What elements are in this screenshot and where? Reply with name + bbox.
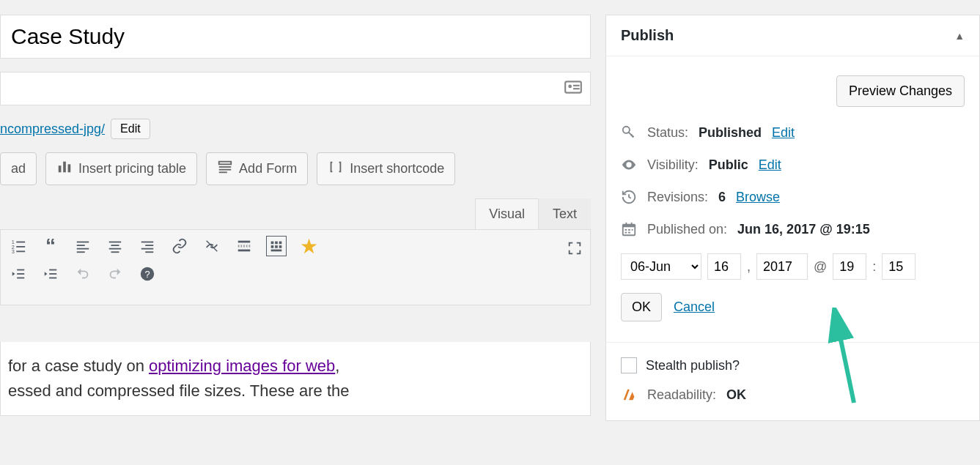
published-value: Jun 16, 2017 @ 19:15 [737, 222, 870, 237]
status-label: Status: [647, 125, 688, 141]
history-icon [621, 189, 637, 205]
shortcode-icon [328, 159, 344, 179]
svg-rect-53 [625, 229, 627, 231]
eye-icon [621, 157, 637, 173]
content-body[interactable]: for a case study on optimizing images fo… [0, 342, 591, 416]
collapse-icon[interactable]: ▲ [954, 30, 965, 42]
svg-rect-50 [623, 225, 635, 228]
svg-rect-33 [275, 242, 278, 245]
hour-input[interactable] [833, 253, 866, 280]
publish-metabox-header[interactable]: Publish ▲ [606, 15, 979, 56]
align-center-icon[interactable] [105, 236, 125, 256]
svg-rect-36 [275, 245, 278, 248]
stealth-checkbox[interactable] [621, 357, 637, 373]
link-icon[interactable] [169, 236, 190, 256]
svg-rect-7 [219, 162, 232, 165]
svg-rect-54 [628, 229, 630, 231]
star-icon[interactable]: ★ [298, 236, 319, 256]
stealth-publish-row: Stealth publish? [621, 357, 965, 373]
blockquote-icon[interactable]: “ [40, 236, 61, 256]
svg-rect-34 [279, 242, 282, 245]
media-button-label: Insert pricing table [78, 161, 186, 176]
svg-rect-5 [63, 162, 66, 173]
revisions-row: Revisions: 6 Browse [621, 189, 965, 205]
svg-rect-27 [141, 248, 154, 250]
edit-slug-button[interactable]: Edit [111, 119, 150, 139]
svg-rect-29 [238, 241, 251, 243]
readability-row: Readability: OK [621, 387, 965, 403]
revisions-value: 6 [718, 190, 726, 205]
date-cancel-link[interactable]: Cancel [674, 300, 715, 315]
svg-rect-40 [17, 273, 24, 275]
svg-rect-55 [632, 229, 633, 231]
svg-rect-37 [279, 245, 282, 248]
comma-sep: , [747, 259, 751, 275]
read-more-icon[interactable] [234, 236, 254, 256]
permalink-link[interactable]: ncompressed-jpg/ [0, 122, 105, 137]
content-link[interactable]: optimizing images for web [149, 357, 335, 375]
svg-rect-44 [49, 278, 56, 279]
unlink-icon[interactable] [202, 236, 222, 256]
help-icon[interactable]: ? [137, 264, 158, 284]
svg-point-1 [568, 85, 572, 89]
svg-rect-43 [49, 273, 56, 275]
colon-sep: : [872, 259, 876, 275]
svg-rect-3 [573, 88, 580, 89]
published-label: Published on: [647, 222, 727, 237]
status-edit-link[interactable]: Edit [772, 125, 795, 141]
readability-value: OK [726, 387, 746, 403]
svg-rect-51 [625, 223, 627, 226]
svg-rect-2 [573, 85, 580, 86]
fullscreen-icon[interactable] [567, 240, 583, 260]
tab-visual[interactable]: Visual [475, 198, 539, 230]
visibility-edit-link[interactable]: Edit [759, 157, 781, 173]
date-ok-button[interactable]: OK [621, 293, 662, 321]
undo-icon[interactable] [73, 264, 93, 284]
align-right-icon[interactable] [137, 236, 158, 256]
media-button-label: Insert shortcode [350, 161, 444, 176]
toolbar-toggle-icon[interactable] [266, 236, 287, 256]
indent-icon[interactable] [40, 264, 61, 284]
insert-shortcode-button[interactable]: Insert shortcode [317, 152, 455, 185]
form-icon [217, 159, 233, 179]
bar-chart-icon [56, 159, 73, 179]
svg-rect-56 [625, 232, 627, 234]
svg-rect-9 [219, 169, 232, 171]
media-button-label: ad [11, 161, 26, 176]
insert-pricing-table-button[interactable]: Insert pricing table [45, 152, 197, 185]
svg-rect-6 [68, 164, 71, 172]
permalink-row: ncompressed-jpg/ Edit [0, 119, 591, 139]
svg-rect-38 [271, 250, 282, 252]
month-select[interactable]: 06-Jun [621, 253, 701, 280]
numbered-list-icon[interactable]: 123 [8, 236, 29, 256]
post-title-input[interactable] [0, 15, 591, 59]
visibility-value: Public [709, 157, 748, 173]
status-row: Status: Published Edit [621, 124, 965, 141]
outdent-icon[interactable] [8, 264, 29, 284]
redo-icon[interactable] [105, 264, 125, 284]
add-media-button[interactable]: ad [0, 152, 37, 185]
add-form-button[interactable]: Add Form [206, 152, 308, 185]
align-left-icon[interactable] [73, 236, 93, 256]
svg-rect-42 [49, 269, 56, 271]
visibility-row: Visibility: Public Edit [621, 157, 965, 173]
id-card-icon [564, 78, 583, 100]
svg-rect-24 [111, 251, 119, 253]
svg-rect-31 [238, 250, 251, 252]
svg-rect-52 [631, 223, 633, 226]
year-input[interactable] [756, 253, 808, 280]
svg-rect-35 [271, 245, 274, 248]
svg-rect-28 [145, 251, 153, 253]
minute-input[interactable] [882, 253, 915, 280]
svg-rect-57 [628, 232, 630, 234]
date-editor-row: 06-Jun , @ : [621, 253, 965, 280]
svg-point-48 [627, 163, 630, 166]
media-button-row: ad Insert pricing table Add Form Insert … [0, 152, 591, 185]
day-input[interactable] [707, 253, 741, 280]
tab-text[interactable]: Text [539, 198, 591, 230]
preview-changes-button[interactable]: Preview Changes [836, 75, 965, 107]
visibility-label: Visibility: [647, 157, 699, 173]
svg-rect-20 [77, 251, 85, 253]
svg-rect-8 [219, 166, 232, 168]
revisions-browse-link[interactable]: Browse [736, 190, 780, 205]
